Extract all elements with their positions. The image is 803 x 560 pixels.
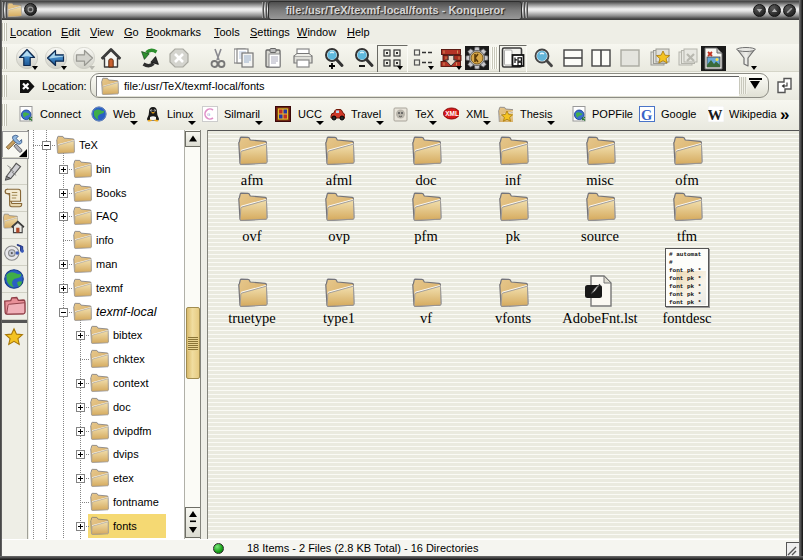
- svg-text:W: W: [708, 107, 723, 123]
- svg-text:G: G: [207, 112, 210, 117]
- svg-text:G: G: [641, 107, 652, 123]
- svg-text:XML: XML: [445, 110, 459, 117]
